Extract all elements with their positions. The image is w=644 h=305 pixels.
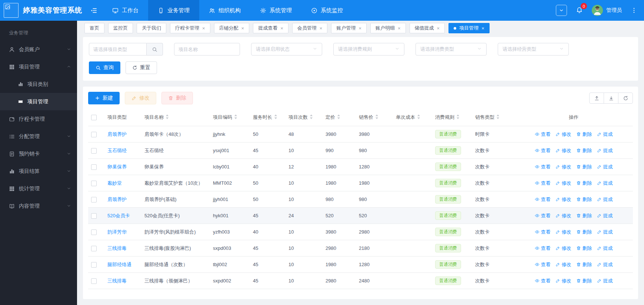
close-icon[interactable]: ×	[320, 26, 323, 31]
top-nav-item-3[interactable]: 系统管理	[250, 0, 301, 21]
user-menu[interactable]: 管理员	[592, 5, 622, 16]
action-commission-link[interactable]: 提成	[597, 180, 613, 187]
project-type-link[interactable]: 卵巢保养	[107, 164, 127, 170]
top-nav-item-0[interactable]: 工作台	[103, 0, 148, 21]
column-header[interactable]: 消费规则	[432, 109, 472, 126]
column-header[interactable]: 单次成本	[393, 109, 432, 126]
action-edit-link[interactable]: 修改	[555, 261, 571, 268]
fullscreen-dropdown-button[interactable]	[556, 5, 567, 16]
action-view-link[interactable]: 查看	[535, 245, 551, 252]
close-icon[interactable]: ×	[241, 26, 244, 31]
row-checkbox[interactable]	[91, 181, 97, 186]
column-header[interactable]: 销售类型	[472, 109, 514, 126]
filter-select-3[interactable]: 请选择经营类型	[498, 43, 569, 56]
export-button[interactable]	[604, 93, 618, 104]
filter-select-1[interactable]: 请选择消费规则	[333, 43, 404, 56]
action-delete-link[interactable]: 删除	[576, 164, 592, 170]
action-edit-link[interactable]: 修改	[555, 278, 571, 284]
project-type-search-button[interactable]	[147, 43, 163, 56]
tab-7[interactable]: 账户管理×	[331, 23, 367, 33]
action-delete-link[interactable]: 删除	[576, 261, 592, 268]
tab-4[interactable]: 店铺分配×	[214, 23, 250, 33]
sidebar-item-0[interactable]: 会员账户	[0, 41, 77, 58]
tab-10[interactable]: 项目管理×	[448, 23, 490, 33]
action-view-link[interactable]: 查看	[535, 212, 551, 219]
filter-select-2[interactable]: 请选择消费类型	[416, 43, 487, 56]
column-header[interactable]: 项目名称	[141, 109, 210, 126]
column-header[interactable]: 定价	[323, 109, 356, 126]
project-type-link[interactable]: 腿部经络通	[107, 262, 131, 267]
top-nav-item-4[interactable]: 系统监控	[301, 0, 353, 21]
sidebar-subitem-1-1[interactable]: 项目管理	[0, 93, 77, 110]
action-delete-link[interactable]: 删除	[576, 196, 592, 203]
tab-8[interactable]: 账户明细×	[370, 23, 406, 33]
action-edit-link[interactable]: 修改	[555, 212, 571, 219]
column-header[interactable]: 项目编码	[210, 109, 250, 126]
row-checkbox[interactable]	[91, 278, 97, 284]
project-type-link[interactable]: 玉石循经	[107, 148, 127, 153]
menu-fold-icon[interactable]	[90, 7, 97, 14]
close-icon[interactable]: ×	[398, 26, 401, 31]
action-view-link[interactable]: 查看	[535, 278, 551, 284]
new-button[interactable]: 新建	[88, 92, 120, 104]
row-checkbox[interactable]	[91, 132, 97, 137]
tab-2[interactable]: 关于我们	[137, 23, 166, 33]
action-edit-link[interactable]: 修改	[555, 245, 571, 252]
refresh-table-button[interactable]	[618, 93, 633, 104]
action-delete-link[interactable]: 删除	[576, 278, 592, 284]
action-delete-link[interactable]: 删除	[576, 229, 592, 235]
top-nav-item-2[interactable]: 组织机构	[199, 0, 250, 21]
action-edit-link[interactable]: 修改	[555, 147, 571, 154]
project-type-link[interactable]: 韵泽芳华	[107, 229, 127, 235]
row-checkbox[interactable]	[91, 246, 97, 251]
action-edit-link[interactable]: 修改	[555, 229, 571, 235]
tab-1[interactable]: 监控页	[108, 23, 133, 33]
action-delete-link[interactable]: 删除	[576, 147, 592, 154]
action-commission-link[interactable]: 提成	[597, 278, 613, 284]
sidebar-item-1[interactable]: 项目管理	[0, 58, 77, 76]
notification-bell[interactable]: 0	[576, 6, 583, 14]
tab-9[interactable]: 储值提成×	[410, 23, 445, 33]
row-checkbox[interactable]	[91, 213, 97, 219]
row-checkbox[interactable]	[91, 148, 97, 154]
tab-0[interactable]: 首页	[84, 23, 104, 33]
select-all-checkbox[interactable]	[91, 115, 97, 120]
action-view-link[interactable]: 查看	[535, 196, 551, 203]
action-view-link[interactable]: 查看	[535, 164, 551, 170]
action-view-link[interactable]: 查看	[535, 180, 551, 187]
action-commission-link[interactable]: 提成	[597, 245, 613, 252]
search-button[interactable]: 查询	[89, 61, 120, 74]
action-commission-link[interactable]: 提成	[597, 261, 613, 268]
action-commission-link[interactable]: 提成	[597, 229, 613, 235]
row-checkbox[interactable]	[91, 164, 97, 170]
row-checkbox[interactable]	[91, 262, 97, 268]
action-view-link[interactable]: 查看	[535, 147, 551, 154]
action-delete-link[interactable]: 删除	[576, 245, 592, 252]
close-icon[interactable]: ×	[358, 26, 361, 31]
action-edit-link[interactable]: 修改	[555, 196, 571, 203]
action-commission-link[interactable]: 提成	[597, 212, 613, 219]
project-name-input[interactable]	[174, 43, 240, 56]
action-delete-link[interactable]: 删除	[576, 212, 592, 219]
tab-6[interactable]: 会员管理×	[292, 23, 328, 33]
project-type-link[interactable]: 三线排毒	[107, 278, 127, 284]
project-type-link[interactable]: 肩颈养护	[107, 131, 127, 137]
sidebar-item-6[interactable]: 统计管理	[0, 180, 77, 197]
action-commission-link[interactable]: 提成	[597, 196, 613, 203]
close-icon[interactable]: ×	[280, 26, 283, 31]
edit-button[interactable]: 修改	[125, 92, 156, 104]
tab-5[interactable]: 提成查看×	[253, 23, 288, 33]
project-type-input[interactable]	[89, 43, 147, 56]
sidebar-item-4[interactable]: 预约销卡	[0, 145, 77, 162]
action-edit-link[interactable]: 修改	[555, 164, 571, 170]
sidebar-item-2[interactable]: 疗程卡管理	[0, 110, 77, 128]
project-type-link[interactable]: 520会员卡	[107, 213, 130, 218]
close-icon[interactable]: ×	[481, 26, 484, 31]
action-view-link[interactable]: 查看	[535, 229, 551, 235]
column-header[interactable]: 项目次数	[286, 109, 323, 126]
sidebar-subitem-1-0[interactable]: 项目类别	[0, 76, 77, 93]
action-edit-link[interactable]: 修改	[555, 131, 571, 138]
action-delete-link[interactable]: 删除	[576, 180, 592, 187]
column-header[interactable]: 服务时长	[250, 109, 286, 126]
sidebar-item-7[interactable]: 内容管理	[0, 197, 77, 215]
